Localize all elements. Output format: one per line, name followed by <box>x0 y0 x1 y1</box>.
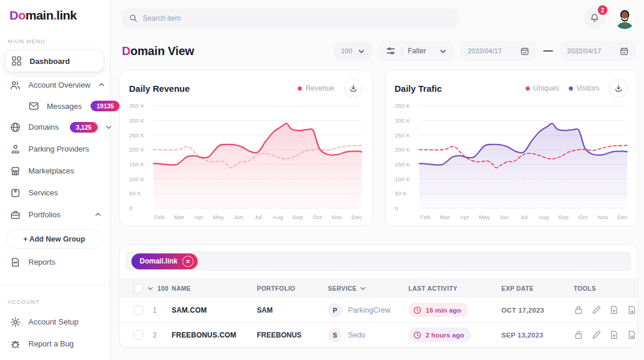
service-cell: S Sedo <box>328 328 408 342</box>
sidebar-item-messages[interactable]: Messages 19135 <box>0 96 110 116</box>
logo-gradient-part: Do <box>9 8 25 22</box>
legend-label: Uniques <box>533 84 559 92</box>
header-exp-date: EXP DATE <box>501 285 574 292</box>
svg-text:100 K: 100 K <box>129 176 144 182</box>
filter-dropdown[interactable]: Falter <box>379 41 453 61</box>
parking-provider-icon <box>10 144 21 155</box>
svg-text:300 K: 300 K <box>395 117 410 124</box>
page-title: Domain View <box>122 44 194 58</box>
svg-text:Nov: Nov <box>332 214 343 220</box>
sidebar-item-domains[interactable]: Domains 3,125 <box>0 116 110 138</box>
sidebar-item-label: Account Overview <box>28 81 91 89</box>
table-header-row: 100 NAME PORTFOLIO SERVICE LAST ACTIVITY… <box>120 278 637 298</box>
chevron-down-icon[interactable] <box>147 285 153 291</box>
lock-button[interactable] <box>574 305 584 315</box>
export-button[interactable] <box>627 305 637 315</box>
chevron-down-icon[interactable] <box>360 285 366 291</box>
export-button[interactable] <box>627 330 637 340</box>
chevron-up-icon[interactable] <box>95 211 101 218</box>
main-content: 2 Domain View 100 Falter <box>110 0 644 360</box>
edit-button[interactable] <box>591 305 601 315</box>
lock-button[interactable] <box>574 330 584 340</box>
svg-text:0: 0 <box>129 205 133 211</box>
svg-text:Aug: Aug <box>273 214 284 220</box>
date-to-value: 2032/04/17 <box>567 47 601 54</box>
tools-cell <box>574 330 637 340</box>
chevron-down-icon[interactable] <box>105 124 112 130</box>
svg-text:Jul: Jul <box>520 214 527 220</box>
row-checkbox[interactable] <box>134 330 143 340</box>
sidebar-item-marketplaces[interactable]: Marketplaces <box>0 160 110 182</box>
page-title-rest: omain View <box>130 44 194 57</box>
add-note-button[interactable] <box>609 330 619 340</box>
search-icon <box>129 14 137 22</box>
svg-text:Feb: Feb <box>154 214 165 220</box>
sidebar-item-reports[interactable]: Reports <box>0 251 110 273</box>
row-number: 1 <box>153 306 157 314</box>
svg-text:Dec: Dec <box>352 214 362 220</box>
svg-text:Nov: Nov <box>597 214 608 220</box>
svg-text:Apr: Apr <box>460 214 469 220</box>
legend-item-visitors: Visitors <box>569 84 600 92</box>
filter-label: Falter <box>408 47 426 55</box>
sidebar-item-label: Messages <box>47 102 82 111</box>
filter-chip-domail-link[interactable]: Domail.link ✕ <box>131 253 198 269</box>
user-avatar[interactable] <box>614 7 636 29</box>
remove-filter-button[interactable]: ✕ <box>182 256 194 267</box>
edit-button[interactable] <box>591 330 601 340</box>
sidebar-item-label: Account Setup <box>28 317 79 326</box>
service-initial-badge: S <box>328 328 342 342</box>
legend-dot <box>298 86 302 91</box>
sidebar-item-services[interactable]: Services <box>0 182 110 204</box>
sidebar-item-report-bug[interactable]: Report a Bug <box>0 333 110 355</box>
add-note-button[interactable] <box>609 305 619 315</box>
storefront-icon <box>10 166 21 176</box>
chart-title: Daily Trafic <box>395 83 442 94</box>
search-input[interactable] <box>143 14 452 22</box>
chart-legend: Revenue <box>298 84 334 92</box>
clock-icon <box>413 306 421 314</box>
add-new-group-label: + Add New Group <box>23 235 85 243</box>
search-box[interactable] <box>122 8 459 28</box>
sidebar-item-parking-providers[interactable]: Parking Providers <box>0 138 110 160</box>
chevron-up-icon[interactable] <box>98 82 105 88</box>
row-checkbox[interactable] <box>134 306 143 315</box>
sidebar-item-label: Report a Bug <box>28 339 74 348</box>
per-page-select[interactable]: 100 <box>334 42 372 60</box>
charts-row: Daily Revenue Revenue 350 K300 K250 K200… <box>110 61 644 226</box>
service-name: Sedo <box>348 331 365 339</box>
bell-icon <box>590 13 600 23</box>
sidebar-item-label: Services <box>28 188 58 197</box>
main-menu-label: MAIN MENU <box>0 38 110 44</box>
svg-text:350 K: 350 K <box>395 102 410 109</box>
header-last-activity: LAST ACTIVITY <box>408 285 501 292</box>
active-filters-bar: Domail.link ✕ <box>125 251 632 271</box>
header-portfolio: PORTFOLIO <box>257 285 328 292</box>
svg-text:Mar: Mar <box>174 214 185 220</box>
report-icon <box>10 257 21 268</box>
last-activity-cell: 16 min ago <box>408 303 501 317</box>
chart-title: Daily Revenue <box>129 83 190 94</box>
legend-dot <box>569 86 573 91</box>
download-chart-button[interactable] <box>609 79 628 98</box>
domains-table-card: Domail.link ✕ 100 NAME PORTFOLIO SERVICE… <box>119 245 638 348</box>
portfolio-name: FREEBONUS <box>257 331 328 339</box>
select-all-checkbox[interactable] <box>134 284 143 293</box>
sidebar-item-account-overview[interactable]: Account Overview <box>0 74 110 96</box>
sidebar-item-account-setup[interactable]: Account Setup <box>0 311 110 333</box>
messages-count-badge: 19135 <box>91 101 120 111</box>
table-row: 1 SAM.COM SAM P ParkingCrew 16 min ago O… <box>120 298 637 323</box>
date-to-picker[interactable]: 2032/04/17 <box>560 41 636 61</box>
date-from-picker[interactable]: 2032/04/17 <box>461 41 536 61</box>
gear-icon <box>10 317 21 327</box>
sidebar-item-portfolios[interactable]: Portfolios <box>0 204 110 226</box>
add-new-group-button[interactable]: + Add New Group <box>6 229 102 249</box>
download-chart-button[interactable] <box>344 79 363 98</box>
svg-text:350 K: 350 K <box>129 102 144 109</box>
notifications-button[interactable]: 2 <box>584 7 606 29</box>
last-activity-cell: 2 hours ago <box>408 327 501 342</box>
header-tools: TOOLS <box>574 285 637 292</box>
sidebar-item-dashboard[interactable]: Dashboard <box>5 50 104 72</box>
header-service: SERVICE <box>328 285 408 292</box>
lock-icon <box>574 305 584 315</box>
